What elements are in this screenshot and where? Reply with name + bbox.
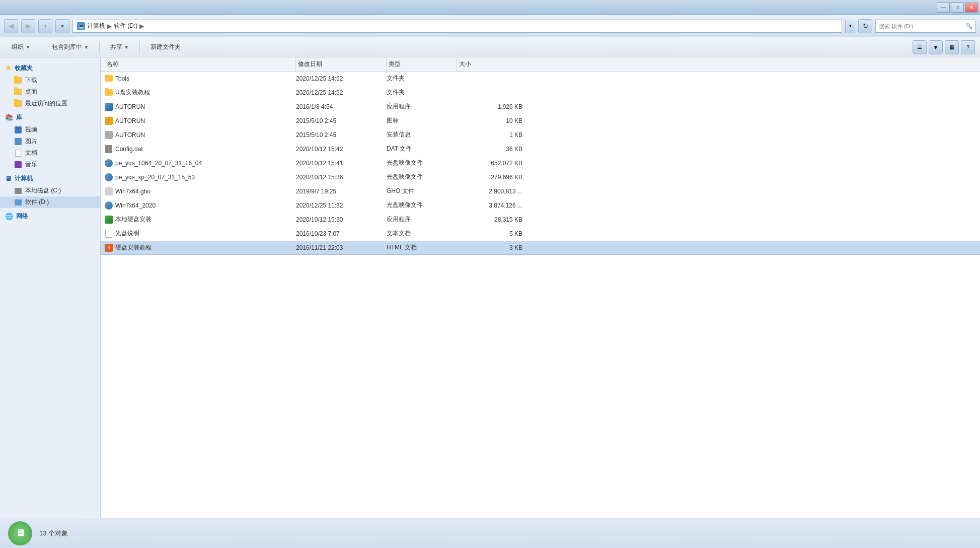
sidebar-favorites-header[interactable]: ★ 收藏夹 xyxy=(0,61,100,75)
file-name: AUTORUN xyxy=(105,131,296,139)
table-row[interactable]: AUTORUN 2015/5/10 2:45 图标 10 KB xyxy=(101,114,980,128)
close-button[interactable]: ✕ xyxy=(965,3,978,13)
sidebar-item-downloads[interactable]: 下载 xyxy=(0,75,100,86)
file-name: Tools xyxy=(105,75,296,83)
table-row[interactable]: AUTORUN 2016/1/8 4:54 应用程序 1,926 KB xyxy=(101,100,980,114)
status-count: 13 个对象 xyxy=(39,529,68,538)
sidebar-section-favorites: ★ 收藏夹 下载 桌面 最近访问的位置 xyxy=(0,61,100,109)
sidebar-item-music[interactable]: 音乐 xyxy=(0,159,100,170)
col-header-type[interactable]: 类型 xyxy=(387,57,457,71)
file-type: 光盘映像文件 xyxy=(387,173,457,181)
view-dropdown-button[interactable]: ▼ xyxy=(929,40,943,54)
minimize-button[interactable]: — xyxy=(937,3,950,13)
folder-icon xyxy=(14,88,22,96)
table-row[interactable]: pe_yqs_xp_20_07_31_15_53 2020/10/12 15:3… xyxy=(101,170,980,184)
sidebar-item-desktop[interactable]: 桌面 xyxy=(0,86,100,98)
folder-icon xyxy=(14,77,22,85)
breadcrumb-drive[interactable]: 软件 (D:) xyxy=(114,22,137,30)
file-size: 652,072 KB xyxy=(457,160,522,167)
search-input[interactable] xyxy=(879,23,965,29)
file-size: 5 KB xyxy=(457,230,522,237)
sidebar-library-header[interactable]: 📚 库 xyxy=(0,111,100,124)
table-row[interactable]: H 硬盘安装教程 2016/11/21 22:03 HTML 文档 3 KB xyxy=(101,241,980,255)
network-icon: 🌐 xyxy=(5,213,13,220)
file-name: U盘安装教程 xyxy=(105,88,296,97)
preview-pane-button[interactable]: ▦ xyxy=(945,40,959,54)
up-button[interactable]: ↑ xyxy=(38,19,52,33)
col-header-date[interactable]: 修改日期 xyxy=(296,57,387,71)
include-library-button[interactable]: 包含到库中 ▼ xyxy=(45,40,95,55)
include-chevron-icon: ▼ xyxy=(84,45,89,50)
file-size: 1 KB xyxy=(457,131,522,139)
video-label: 视频 xyxy=(25,125,37,134)
share-label: 共享 xyxy=(110,43,122,51)
breadcrumb[interactable]: 💻 计算机 ▶ 软件 (D:) ▶ xyxy=(72,20,842,33)
file-type-icon xyxy=(105,187,113,195)
file-type: 文本文档 xyxy=(387,229,457,238)
col-header-size[interactable]: 大小 xyxy=(457,57,522,71)
search-icon: 🔍 xyxy=(965,23,972,29)
sidebar-item-video[interactable]: 视频 xyxy=(0,124,100,135)
address-dropdown-button[interactable]: ▼ xyxy=(845,20,855,33)
maximize-button[interactable]: □ xyxy=(951,3,964,13)
help-button[interactable]: ? xyxy=(961,40,975,54)
file-size: 36 KB xyxy=(457,146,522,153)
file-name: 本地硬盘安装 xyxy=(105,215,296,224)
view-options-button[interactable]: ☰ xyxy=(913,40,927,54)
table-row[interactable]: Win7x64_2020 2020/12/25 11:32 光盘映像文件 3,8… xyxy=(101,198,980,213)
folder-icon xyxy=(14,100,22,108)
forward-button[interactable]: ▶ xyxy=(21,19,35,33)
share-button[interactable]: 共享 ▼ xyxy=(104,40,135,55)
status-logo: 🖥 xyxy=(8,521,32,545)
desktop-label: 桌面 xyxy=(25,88,37,96)
file-list: Tools 2020/12/25 14:52 文件夹 U盘安装教程 2020/1… xyxy=(101,72,980,518)
file-name: Config.dat xyxy=(105,145,296,153)
refresh-button[interactable]: ↻ xyxy=(858,19,872,33)
recent-locations-button[interactable]: ▼ xyxy=(55,19,69,33)
file-date: 2015/5/10 2:45 xyxy=(296,117,387,124)
organize-button[interactable]: 组织 ▼ xyxy=(5,40,37,55)
sidebar-item-drive-c[interactable]: 本地磁盘 (C:) xyxy=(0,185,100,196)
include-label: 包含到库中 xyxy=(52,43,82,51)
file-type: 安装信息 xyxy=(387,130,457,139)
file-name: Win7x64.gho xyxy=(105,187,296,195)
file-size: 279,696 KB xyxy=(457,174,522,181)
sidebar-item-drive-d[interactable]: 软件 (D:) xyxy=(0,196,100,208)
new-folder-button[interactable]: 新建文件夹 xyxy=(144,40,187,55)
table-row[interactable]: Config.dat 2020/10/12 15:42 DAT 文件 36 KB xyxy=(101,142,980,156)
table-row[interactable]: U盘安装教程 2020/12/25 14:52 文件夹 xyxy=(101,86,980,100)
star-icon: ★ xyxy=(5,63,12,73)
file-name: AUTORUN xyxy=(105,117,296,125)
file-date: 2020/10/12 15:41 xyxy=(296,160,387,167)
file-type: 应用程序 xyxy=(387,102,457,111)
file-date: 2020/12/25 14:52 xyxy=(296,75,387,82)
table-row[interactable]: 光盘说明 2016/10/23 7:07 文本文档 5 KB xyxy=(101,227,980,241)
file-name: 光盘说明 xyxy=(105,229,296,238)
sidebar-computer-header[interactable]: 🖥 计算机 xyxy=(0,172,100,185)
picture-icon xyxy=(14,138,22,146)
sidebar-item-pictures[interactable]: 图片 xyxy=(0,135,100,147)
file-name: H 硬盘安装教程 xyxy=(105,243,296,252)
file-type: 光盘映像文件 xyxy=(387,201,457,210)
file-type-icon xyxy=(105,131,113,139)
file-date: 2020/10/12 15:36 xyxy=(296,174,387,181)
back-button[interactable]: ◀ xyxy=(4,19,18,33)
table-row[interactable]: AUTORUN 2015/5/10 2:45 安装信息 1 KB xyxy=(101,128,980,142)
computer-icon: 💻 xyxy=(77,22,85,30)
file-type-icon xyxy=(105,145,113,153)
share-chevron-icon: ▼ xyxy=(124,45,129,50)
sidebar-network-header[interactable]: 🌐 网络 xyxy=(0,210,100,223)
file-type-icon xyxy=(105,75,113,83)
search-box[interactable]: 🔍 xyxy=(875,20,976,33)
table-row[interactable]: Win7x64.gho 2019/9/7 19:25 GHO 文件 2,900,… xyxy=(101,184,980,198)
table-row[interactable]: pe_yqs_1064_20_07_31_16_04 2020/10/12 15… xyxy=(101,156,980,170)
sidebar-item-documents[interactable]: 文档 xyxy=(0,147,100,159)
breadcrumb-computer[interactable]: 计算机 xyxy=(87,22,105,30)
column-headers: 名称 修改日期 类型 大小 xyxy=(101,57,980,72)
file-name: Win7x64_2020 xyxy=(105,201,296,210)
file-date: 2016/1/8 4:54 xyxy=(296,103,387,110)
table-row[interactable]: 本地硬盘安装 2020/10/12 15:30 应用程序 28,315 KB xyxy=(101,213,980,227)
sidebar-item-recent[interactable]: 最近访问的位置 xyxy=(0,98,100,109)
table-row[interactable]: Tools 2020/12/25 14:52 文件夹 xyxy=(101,72,980,86)
col-header-name[interactable]: 名称 xyxy=(105,57,296,71)
